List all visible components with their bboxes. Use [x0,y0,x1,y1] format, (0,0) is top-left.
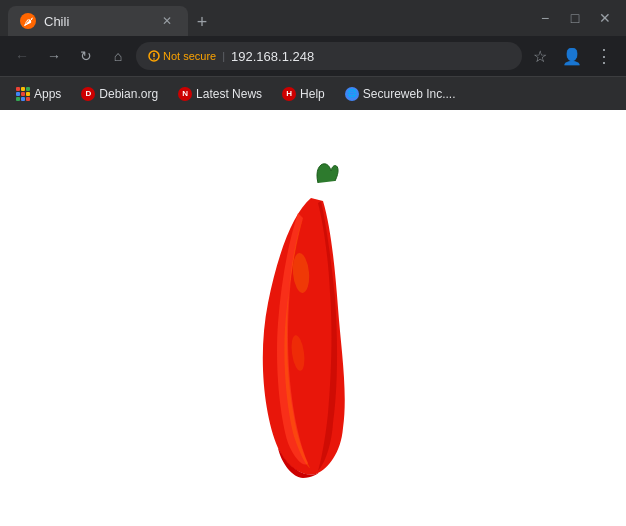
window-controls: − □ ✕ [532,5,618,31]
reload-button[interactable]: ↻ [72,42,100,70]
latestnews-icon: N [178,87,192,101]
security-label: Not secure [163,50,216,62]
debian-icon: D [81,87,95,101]
bookmark-latestnews[interactable]: N Latest News [170,83,270,105]
page-content [0,110,626,526]
tab-favicon: 🌶 [20,13,36,29]
help-icon: H [282,87,296,101]
address-bar: ← → ↻ ⌂ Not secure | 192.168.1.248 ☆ 👤 ⋮ [0,36,626,76]
home-button[interactable]: ⌂ [104,42,132,70]
bookmark-help[interactable]: H Help [274,83,333,105]
bookmark-secureweb-label: Secureweb Inc.... [363,87,456,101]
secureweb-icon: 🌐 [345,87,359,101]
svg-point-2 [153,58,155,60]
title-bar: 🌶 Chili ✕ + − □ ✕ [0,0,626,36]
bookmark-secureweb[interactable]: 🌐 Secureweb Inc.... [337,83,464,105]
new-tab-button[interactable]: + [188,8,216,36]
bookmarks-bar: Apps D Debian.org N Latest News H Help 🌐… [0,76,626,110]
active-tab[interactable]: 🌶 Chili ✕ [8,6,188,36]
back-button[interactable]: ← [8,42,36,70]
bookmark-debian-label: Debian.org [99,87,158,101]
url-display: 192.168.1.248 [231,49,314,64]
bookmark-debian[interactable]: D Debian.org [73,83,166,105]
bookmark-star-button[interactable]: ☆ [526,42,554,70]
bookmark-help-label: Help [300,87,325,101]
minimize-button[interactable]: − [532,5,558,31]
security-indicator: Not secure [148,50,216,62]
chili-image [223,153,403,483]
bookmark-apps-label: Apps [34,87,61,101]
forward-button[interactable]: → [40,42,68,70]
tab-area: 🌶 Chili ✕ + [8,0,524,36]
address-input-container[interactable]: Not secure | 192.168.1.248 [136,42,522,70]
bookmark-apps[interactable]: Apps [8,83,69,105]
close-button[interactable]: ✕ [592,5,618,31]
menu-button[interactable]: ⋮ [590,42,618,70]
profile-button[interactable]: 👤 [558,42,586,70]
address-actions: ☆ 👤 ⋮ [526,42,618,70]
bookmark-latestnews-label: Latest News [196,87,262,101]
maximize-button[interactable]: □ [562,5,588,31]
tab-title: Chili [44,14,150,29]
browser-chrome: 🌶 Chili ✕ + − □ ✕ ← → ↻ ⌂ Not secure [0,0,626,110]
apps-grid-icon [16,87,30,101]
tab-close-button[interactable]: ✕ [158,12,176,30]
